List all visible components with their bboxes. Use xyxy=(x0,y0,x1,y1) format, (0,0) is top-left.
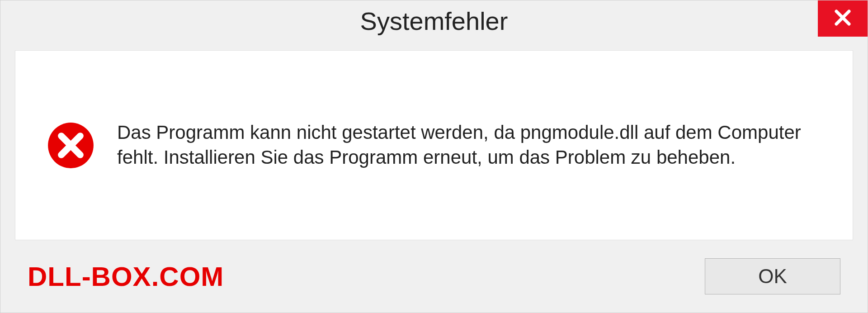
watermark-text: DLL-BOX.COM xyxy=(28,261,224,292)
titlebar: Systemfehler xyxy=(0,0,868,41)
error-icon xyxy=(47,122,94,169)
dialog-body: Das Programm kann nicht gestartet werden… xyxy=(15,50,853,240)
ok-button[interactable]: OK xyxy=(705,258,840,294)
error-dialog: Systemfehler Das Programm kann nicht ges… xyxy=(0,0,868,313)
close-icon xyxy=(833,8,852,29)
ok-button-label: OK xyxy=(758,265,787,288)
dialog-footer: DLL-BOX.COM OK xyxy=(0,240,868,313)
close-button[interactable] xyxy=(818,0,868,37)
error-message: Das Programm kann nicht gestartet werden… xyxy=(117,120,821,170)
dialog-title: Systemfehler xyxy=(360,6,508,36)
